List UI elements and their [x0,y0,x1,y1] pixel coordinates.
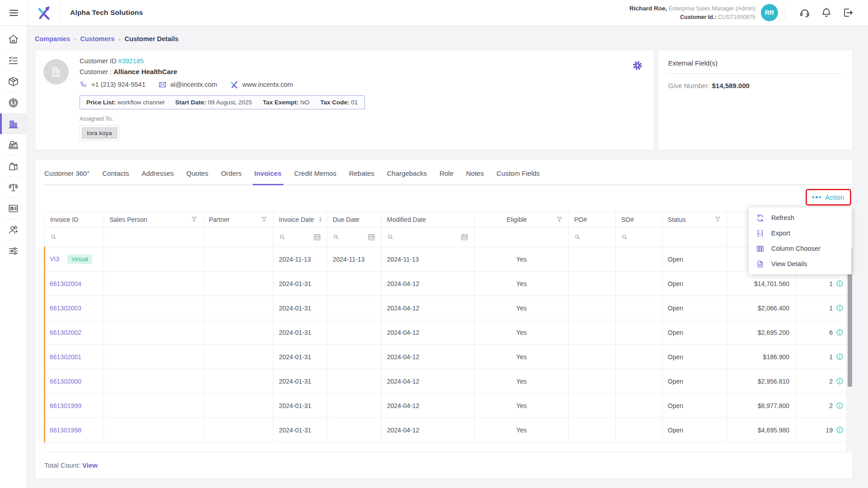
filter-cell-due-date[interactable] [327,227,382,247]
info-icon[interactable] [836,353,844,361]
sidebar-item-tasks[interactable] [0,50,27,70]
calendar-icon[interactable] [460,233,469,241]
info-icon[interactable] [836,402,844,409]
menu-item-view-details[interactable]: View Details [749,256,852,272]
tab-orders[interactable]: Orders [215,169,248,184]
tab-customer-360[interactable]: Customer 360° [44,169,96,184]
tab-quotes[interactable]: Quotes [180,169,214,184]
settings-gear-icon[interactable] [632,60,643,71]
col-header-sales-person[interactable]: Sales Person [104,212,203,227]
filter-cell-status[interactable] [662,227,727,247]
filter-cell-partner[interactable] [203,227,274,247]
col-header-invoice-id[interactable]: Invoice ID [45,212,104,227]
filter-funnel-icon[interactable] [556,216,563,223]
invoice-table-row[interactable]: 661302000 2024-01-31 2024-04-12 Yes Open… [45,369,853,394]
col-header-so[interactable]: SO# [616,212,662,227]
filter-cell-invoice-id[interactable] [45,227,104,247]
filter-cell-po[interactable] [569,227,616,247]
cell-modified-date: 2024-04-12 [382,320,475,345]
notifications-bell-icon[interactable] [821,7,832,19]
col-header-partner[interactable]: Partner [203,212,274,227]
sidebar-item-products[interactable] [0,71,27,92]
info-icon[interactable] [836,426,844,434]
avatar[interactable]: RR [761,4,778,21]
col-header-due-date[interactable]: Due Date [327,212,382,227]
logout-icon[interactable] [842,7,854,19]
menu-item-export[interactable]: XLS Export [749,225,852,241]
col-header-status[interactable]: Status [662,212,727,227]
cell-invoice-date: 2024-01-31 [274,320,327,345]
invoice-id-link[interactable]: 661302002 [50,329,81,336]
info-icon[interactable] [836,304,844,312]
info-icon[interactable] [836,280,844,287]
filter-cell-sales-person[interactable] [104,227,203,247]
tab-chargebacks[interactable]: Chargebacks [381,169,433,184]
invoice-table-row[interactable]: VI3Virtual 2024-11-13 2024-11-13 2024-11… [45,247,853,272]
invoice-table-row[interactable]: 661301998 2024-01-31 2024-04-12 Yes Open… [45,418,853,442]
calendar-icon[interactable] [313,233,321,241]
website-contact[interactable]: www.incentx.com [230,80,293,89]
calendar-icon[interactable] [367,233,376,241]
invoice-id-link[interactable]: 661302000 [50,378,81,385]
sidebar-item-sales[interactable] [0,134,27,155]
invoice-id-link[interactable]: VI3 [50,255,59,263]
invoice-id-link[interactable]: 661302004 [50,280,81,287]
filter-funnel-icon[interactable] [261,216,268,223]
filter-cell-invoice-date[interactable] [274,227,327,247]
tab-credit-memos[interactable]: Credit Memos [288,169,343,184]
invoice-table-row[interactable]: 661302001 2024-01-31 2024-04-12 Yes Open… [45,345,853,369]
cell-invoice-date: 2024-01-31 [274,272,327,296]
invoice-table-row[interactable]: 661302002 2024-01-31 2024-04-12 Yes Open… [45,320,853,345]
sidebar-item-reports[interactable] [0,198,27,219]
action-button[interactable]: Action [807,190,850,204]
brand-logo[interactable] [27,0,60,25]
col-header-eligible[interactable]: Eligible [475,212,569,227]
filter-funnel-icon[interactable] [191,216,198,223]
sidebar-item-settings[interactable] [0,240,27,261]
filter-funnel-icon[interactable] [714,216,721,223]
tab-invoices[interactable]: Invoices [248,169,288,184]
sidebar-item-home[interactable] [0,28,27,49]
menu-item-refresh[interactable]: Refresh [749,210,852,225]
invoice-id-link[interactable]: 661301998 [50,427,81,434]
tab-notes[interactable]: Notes [460,169,490,184]
tab-rebates[interactable]: Rebates [343,169,381,184]
invoice-table-row[interactable]: 661302004 2024-01-31 2024-04-12 Yes Open… [45,272,853,296]
tab-custom-fields[interactable]: Custom Fields [490,169,546,184]
col-header-po[interactable]: PO# [569,212,616,227]
invoice-id-link[interactable]: 661302001 [50,353,81,361]
invoice-table-row[interactable]: 661301999 2024-01-31 2024-04-12 Yes Open… [45,394,853,418]
cell-eligible: Yes [475,345,569,369]
info-icon[interactable] [836,377,844,385]
tab-role[interactable]: Role [433,169,460,184]
top-bar: Alpha Tech Solutions Richard Roe, Enterp… [0,0,868,26]
email-contact[interactable]: al@incentx.com [158,80,217,89]
filter-cell-modified-date[interactable] [382,227,475,247]
tab-addresses[interactable]: Addresses [135,169,180,184]
customer-id-link[interactable]: #392185 [118,57,143,65]
filter-cell-eligible[interactable] [475,227,569,247]
col-header-invoice-date[interactable]: Invoice Date [274,212,327,227]
col-header-modified-date[interactable]: Modified Date [382,212,475,227]
invoice-id-link[interactable]: 661301999 [50,402,81,409]
phone-contact[interactable]: +1 (213) 924-5541 [80,80,146,89]
sidebar-item-users[interactable] [0,219,27,240]
invoice-table-row[interactable]: 661302003 2024-01-31 2024-04-12 Yes Open… [45,296,853,320]
invoices-table: Invoice ID Sales Person Partner Invoice … [44,211,852,452]
sidebar-item-companies[interactable] [0,113,27,134]
total-count-view-link[interactable]: View [82,461,98,469]
support-headset-icon[interactable] [799,7,811,19]
cell-partner [203,369,274,394]
menu-item-column-chooser[interactable]: Column Chooser [749,241,852,256]
sidebar-item-finance[interactable] [0,92,27,113]
breadcrumb-companies[interactable]: Companies [35,35,70,42]
invoice-id-link[interactable]: 661302003 [50,305,81,312]
sidebar-item-purchases[interactable] [0,155,27,176]
filter-cell-so[interactable] [616,227,662,247]
sidebar-item-legal[interactable] [0,177,27,197]
assigned-to-chip[interactable]: tora koya [82,127,117,139]
hamburger-menu-icon[interactable] [0,0,27,25]
tab-contacts[interactable]: Contacts [96,169,135,184]
breadcrumb-customers[interactable]: Customers [80,35,115,42]
info-icon[interactable] [836,328,844,336]
